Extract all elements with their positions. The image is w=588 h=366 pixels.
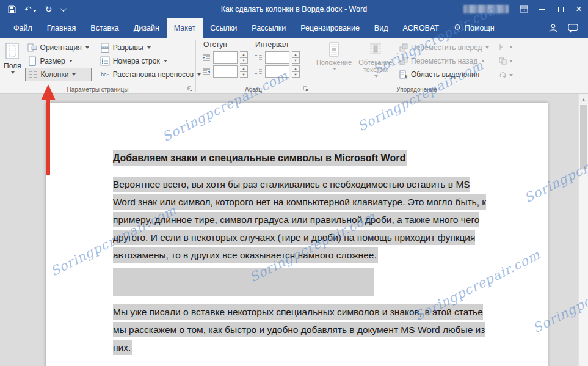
columns-label: Колонки bbox=[41, 70, 69, 79]
tab-mailings[interactable]: Рассылки bbox=[244, 18, 293, 38]
scrollbar-thumb[interactable] bbox=[580, 105, 587, 169]
group-label-arrange: Упорядочение bbox=[396, 86, 437, 93]
tab-view[interactable]: Вид bbox=[367, 18, 396, 38]
align-objects-button[interactable] bbox=[499, 42, 513, 53]
hyphenation-button[interactable]: bc Расстановка переносов bbox=[98, 68, 204, 81]
tab-acrobat[interactable]: ACROBAT bbox=[395, 18, 446, 38]
margins-label: Поля bbox=[4, 62, 21, 70]
account-button[interactable] bbox=[548, 18, 558, 38]
chevron-down-icon bbox=[333, 68, 336, 70]
align-objects-icon bbox=[499, 43, 507, 51]
document-content: Добавляем знаки и специальные символы в … bbox=[46, 103, 548, 356]
redo-button[interactable]: ↻ bbox=[45, 5, 53, 13]
save-button[interactable] bbox=[8, 5, 16, 13]
comments-button[interactable] bbox=[568, 18, 578, 38]
selection-pane-icon bbox=[399, 70, 408, 79]
spacing-after-stepper[interactable]: ▲ ▼ bbox=[292, 65, 300, 78]
tab-layout[interactable]: Макет bbox=[167, 18, 203, 38]
spin-down-icon: ▼ bbox=[292, 72, 300, 78]
spin-up-icon: ▲ bbox=[240, 65, 248, 72]
ribbon-display-icon bbox=[520, 5, 528, 13]
wrap-text-icon bbox=[369, 42, 382, 57]
position-button[interactable]: Положение bbox=[315, 39, 353, 83]
size-button[interactable]: Размер bbox=[25, 54, 92, 68]
bring-forward-icon bbox=[399, 43, 408, 52]
indent-label: Отступ bbox=[202, 39, 248, 49]
document-area: Добавляем знаки и специальные символы в … bbox=[0, 94, 588, 366]
scroll-up-button[interactable]: ▲ bbox=[579, 94, 588, 104]
chevron-down-icon bbox=[85, 46, 89, 49]
minimize-icon bbox=[539, 9, 545, 10]
redo-icon: ↻ bbox=[45, 5, 53, 13]
user-name-blurred bbox=[463, 5, 509, 13]
breaks-label: Разрывы bbox=[113, 43, 143, 52]
close-button[interactable]: × bbox=[570, 0, 588, 18]
indent-right-stepper[interactable]: ▲ ▼ bbox=[240, 65, 248, 78]
minimize-button[interactable] bbox=[533, 0, 551, 18]
page-setup-dialog-launcher[interactable] bbox=[186, 85, 194, 92]
chevron-down-icon bbox=[69, 60, 73, 62]
hyphenation-icon: bc bbox=[100, 70, 110, 79]
hyphenation-label: Расстановка переносов bbox=[113, 70, 194, 79]
ribbon-display-options-button[interactable] bbox=[515, 0, 533, 18]
indent-right-input[interactable] bbox=[213, 65, 238, 78]
close-icon: × bbox=[576, 4, 581, 14]
orientation-button[interactable]: Ориентация bbox=[25, 41, 92, 54]
spacing-before-stepper[interactable]: ▲ ▼ bbox=[292, 51, 300, 64]
selection-pane-button[interactable]: Область выделения bbox=[399, 68, 489, 81]
orientation-icon bbox=[27, 43, 37, 53]
breaks-button[interactable]: Разрывы bbox=[98, 41, 204, 54]
columns-button[interactable]: Колонки bbox=[25, 68, 92, 81]
undo-icon: ↶ bbox=[24, 5, 32, 13]
group-objects-icon bbox=[499, 57, 507, 65]
spacing-after-icon bbox=[254, 68, 263, 75]
maximize-button[interactable] bbox=[551, 0, 570, 18]
chevron-down-icon bbox=[485, 46, 489, 49]
tab-references[interactable]: Ссылки bbox=[203, 18, 244, 38]
line-numbers-label: Номера строк bbox=[113, 57, 160, 65]
vertical-scrollbar[interactable]: ▲ bbox=[578, 94, 588, 366]
chevron-down-icon bbox=[147, 46, 151, 49]
tab-insert[interactable]: Вставка bbox=[83, 18, 126, 38]
tell-me-box[interactable]: Помощн bbox=[446, 18, 502, 38]
group-objects-button[interactable] bbox=[499, 56, 513, 67]
group-label-page-setup: Параметры страницы bbox=[67, 86, 129, 93]
indent-left-input[interactable] bbox=[213, 51, 238, 64]
spacing-before-icon bbox=[254, 54, 263, 61]
scroll-up-icon: ▲ bbox=[581, 97, 586, 101]
bring-forward-button[interactable]: Переместить вперед bbox=[399, 42, 489, 54]
paragraph-dialog-launcher[interactable] bbox=[302, 85, 309, 92]
spin-down-icon: ▼ bbox=[240, 58, 248, 64]
chevron-down-icon bbox=[72, 73, 76, 76]
orientation-label: Ориентация bbox=[40, 43, 82, 52]
qat-customize-button[interactable] bbox=[60, 7, 65, 12]
undo-button[interactable]: ↶ bbox=[24, 5, 37, 13]
document-page[interactable]: Добавляем знаки и специальные символы в … bbox=[46, 103, 548, 366]
group-page-setup: Поля Ориентация bbox=[0, 38, 195, 93]
chevron-down-icon bbox=[509, 46, 513, 48]
tab-review[interactable]: Рецензирование bbox=[293, 18, 367, 38]
tab-design[interactable]: Дизайн bbox=[126, 18, 167, 38]
tab-file[interactable]: Файл bbox=[6, 18, 40, 38]
send-backward-button[interactable]: Переместить назад bbox=[399, 55, 489, 67]
size-label: Размер bbox=[40, 57, 65, 65]
position-icon bbox=[327, 42, 341, 57]
rotate-objects-button[interactable] bbox=[499, 70, 513, 81]
spacing-before-input[interactable] bbox=[265, 51, 289, 64]
selected-blank-lines bbox=[113, 268, 374, 296]
quick-access-toolbar: ↶ ↻ bbox=[0, 5, 65, 13]
chevron-down-icon bbox=[374, 75, 378, 78]
wrap-text-button[interactable]: Обтекание текстом bbox=[357, 39, 394, 83]
tab-home[interactable]: Главная bbox=[40, 18, 84, 38]
margins-button[interactable]: Поля bbox=[4, 39, 21, 83]
chevron-down-icon bbox=[33, 10, 37, 12]
group-arrange: Положение Обтекание текстом bbox=[311, 38, 522, 93]
indent-left-icon bbox=[202, 54, 211, 61]
spacing-after-input[interactable] bbox=[265, 65, 289, 78]
indent-left-stepper[interactable]: ▲ ▼ bbox=[240, 51, 248, 64]
chevron-down-icon bbox=[481, 60, 485, 62]
spin-up-icon: ▲ bbox=[292, 65, 300, 72]
line-numbers-button[interactable]: Номера строк bbox=[98, 54, 204, 68]
wrap-text-label: Обтекание текстом bbox=[357, 59, 394, 73]
chevron-down-icon bbox=[509, 74, 513, 76]
